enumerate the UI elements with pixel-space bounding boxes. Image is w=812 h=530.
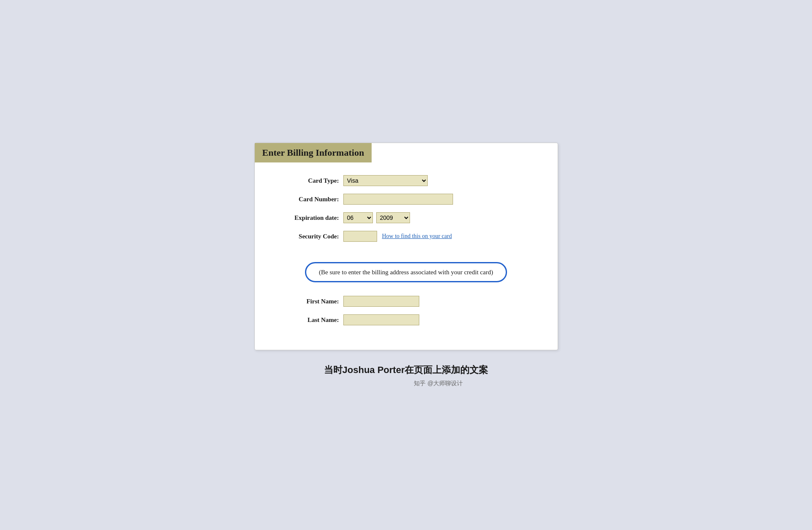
caption-sub-text: 知乎 @大师聊设计 — [324, 380, 488, 387]
card-number-input[interactable] — [343, 194, 453, 205]
card-number-label: Card Number: — [272, 196, 343, 203]
security-help-link[interactable]: How to find this on your card — [382, 233, 452, 240]
billing-notice-oval: (Be sure to enter the billing address as… — [305, 262, 507, 282]
expiration-row: Expiration date: 010203 040506 070809 10… — [272, 212, 541, 223]
expiration-label: Expiration date: — [272, 214, 343, 222]
first-name-row: First Name: — [272, 296, 541, 307]
card-type-select[interactable]: Visa MasterCard American Express Discove… — [343, 175, 428, 186]
security-code-label: Security Code: — [272, 233, 343, 240]
security-code-row: Security Code: How to find this on your … — [272, 231, 541, 242]
expiry-group: 010203 040506 070809 101112 200720082009… — [343, 212, 410, 223]
security-group: How to find this on your card — [343, 231, 452, 242]
caption-main-text: 当时Joshua Porter在页面上添加的文案 — [324, 364, 488, 376]
expiry-month-select[interactable]: 010203 040506 070809 101112 — [343, 212, 373, 223]
last-name-input[interactable] — [343, 314, 419, 325]
form-title: Enter Billing Information — [262, 147, 364, 158]
first-name-label: First Name: — [272, 298, 343, 305]
card-type-label: Card Type: — [272, 177, 343, 184]
card-type-row: Card Type: Visa MasterCard American Expr… — [272, 175, 541, 186]
expiry-year-select[interactable]: 200720082009 201020112012 20132014 — [376, 212, 410, 223]
billing-form-card: Enter Billing Information Card Type: Vis… — [254, 143, 558, 350]
last-name-label: Last Name: — [272, 316, 343, 324]
card-number-row: Card Number: — [272, 194, 541, 205]
last-name-row: Last Name: — [272, 314, 541, 325]
form-header: Enter Billing Information — [255, 143, 372, 162]
billing-notice-text: (Be sure to enter the billing address as… — [319, 269, 493, 276]
security-code-input[interactable] — [343, 231, 377, 242]
form-body: Card Type: Visa MasterCard American Expr… — [255, 171, 558, 254]
billing-notice-container: (Be sure to enter the billing address as… — [267, 262, 545, 282]
bottom-caption: 当时Joshua Porter在页面上添加的文案 知乎 @大师聊设计 — [324, 364, 488, 387]
first-name-input[interactable] — [343, 296, 419, 307]
name-form-body: First Name: Last Name: — [255, 292, 558, 337]
